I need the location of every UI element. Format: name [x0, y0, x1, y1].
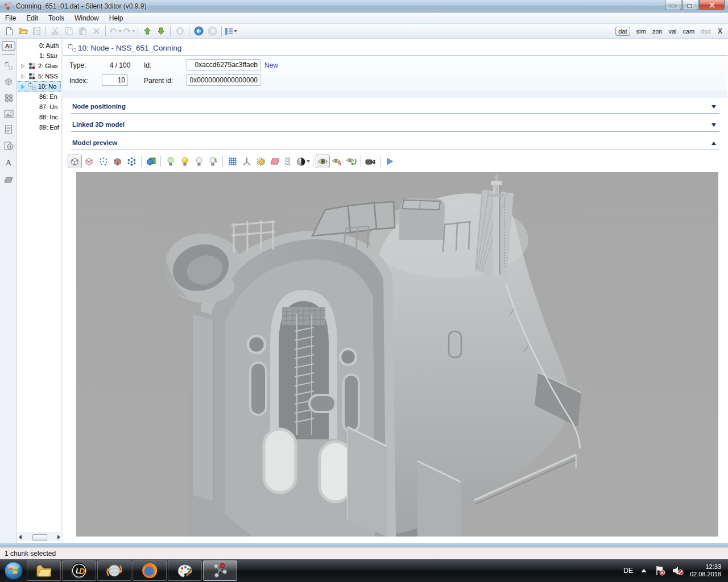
- action-center-flag-icon[interactable]: [655, 566, 666, 576]
- scroll-thumb[interactable]: [32, 534, 47, 541]
- index-input[interactable]: 10: [102, 74, 128, 86]
- filter-all-button[interactable]: All: [2, 41, 15, 51]
- model-viewport[interactable]: [76, 172, 718, 537]
- volume-muted-icon[interactable]: [672, 566, 684, 576]
- show-hidden-icons-button[interactable]: [641, 569, 647, 572]
- wireframe-view-button[interactable]: [82, 155, 96, 168]
- parent-id-input[interactable]: 0x0000000000000000: [187, 74, 260, 86]
- tray-clock[interactable]: 12:33 02.08.2018: [690, 563, 721, 578]
- chevron-down-icon[interactable]: [712, 123, 716, 127]
- tree-item-88[interactable]: 88: Inc: [18, 112, 61, 122]
- expand-arrow-icon[interactable]: [21, 84, 25, 89]
- move-down-button[interactable]: [154, 25, 168, 38]
- language-indicator[interactable]: DE: [623, 567, 633, 575]
- section-linked-3d-model[interactable]: Linked 3D model: [71, 118, 719, 132]
- taskbar-explorer-button[interactable]: [27, 560, 61, 581]
- cut-button[interactable]: [48, 25, 62, 38]
- play-animation-button[interactable]: [383, 155, 397, 168]
- tree-horizontal-scrollbar[interactable]: [18, 533, 61, 541]
- minimize-button[interactable]: [665, 0, 681, 10]
- mode-tab-dsd[interactable]: dsd: [701, 28, 711, 35]
- tree-item-author[interactable]: 0: Auth: [18, 40, 61, 51]
- taskbar-3d-viewer-button[interactable]: [97, 560, 131, 581]
- tree-item-nss[interactable]: 5: NSS: [18, 71, 61, 81]
- menu-help[interactable]: Help: [104, 13, 129, 23]
- menu-file[interactable]: File: [0, 13, 21, 23]
- undo-button[interactable]: [108, 25, 122, 38]
- vertex-view-button[interactable]: [96, 155, 110, 168]
- free-view-button[interactable]: [316, 155, 330, 168]
- import-button[interactable]: [173, 25, 187, 38]
- camera-button[interactable]: [363, 155, 378, 168]
- light-combined-button[interactable]: [206, 155, 220, 168]
- model-filter-button[interactable]: [2, 75, 15, 89]
- open-folder-button[interactable]: [16, 25, 30, 38]
- menu-edit[interactable]: Edit: [21, 13, 43, 23]
- mode-tab-cam[interactable]: cam: [682, 28, 694, 35]
- mode-tab-zon[interactable]: zon: [652, 28, 663, 35]
- new-file-button[interactable]: [2, 25, 16, 38]
- mode-close-button[interactable]: X: [718, 27, 722, 35]
- taskbar-silent3ditor-button[interactable]: [203, 560, 237, 581]
- paste-button[interactable]: [76, 25, 89, 38]
- grid-toggle-button[interactable]: [225, 155, 239, 168]
- redo-button[interactable]: [122, 25, 135, 38]
- taskbar-paint-button[interactable]: [168, 560, 202, 581]
- tree-item-start[interactable]: 1: Star: [18, 51, 61, 61]
- tree-item-node-selected[interactable]: 10: No: [18, 81, 61, 92]
- material-filter-button[interactable]: [2, 91, 15, 105]
- move-up-button[interactable]: [140, 25, 154, 38]
- info-filter-button[interactable]: i: [2, 139, 15, 152]
- start-button[interactable]: [2, 560, 26, 581]
- titlebar[interactable]: Conning_651_01.dat - Silent 3ditor (v0.9…: [0, 0, 728, 13]
- node-filter-button[interactable]: [2, 59, 15, 73]
- chevron-down-icon[interactable]: [712, 105, 716, 109]
- copy-button[interactable]: [62, 25, 76, 38]
- scroll-right-arrow[interactable]: [57, 535, 60, 539]
- bounding-view-button[interactable]: [125, 155, 139, 168]
- label-filter-button[interactable]: A: [2, 156, 15, 169]
- rotate-view-button[interactable]: [344, 155, 358, 168]
- light-white-button[interactable]: [192, 155, 206, 168]
- background-color-button[interactable]: [296, 155, 311, 168]
- mode-tab-sim[interactable]: sim: [636, 28, 646, 35]
- tree-item-glass[interactable]: 2: Glas: [18, 61, 61, 71]
- axes-toggle-button[interactable]: [239, 155, 254, 168]
- scroll-left-arrow[interactable]: [19, 535, 22, 539]
- normals-toggle-button[interactable]: [268, 155, 282, 168]
- mode-tab-val[interactable]: val: [668, 28, 676, 35]
- texture-filter-button[interactable]: [2, 107, 15, 120]
- section-node-positioning[interactable]: Node positioning: [71, 100, 719, 114]
- new-id-link[interactable]: New: [264, 61, 278, 69]
- tree-item-87[interactable]: 87: Un: [18, 102, 61, 112]
- maximize-button[interactable]: [682, 0, 698, 10]
- id-input[interactable]: 0xaccd6275ac3ffaeb: [187, 59, 260, 70]
- coordinates-toggle-button[interactable]: X=0Y=0Z=0: [282, 155, 296, 168]
- data-filter-button[interactable]: [2, 123, 15, 136]
- expand-arrow-icon[interactable]: [21, 74, 25, 79]
- mode-tab-dat[interactable]: dat: [615, 27, 630, 36]
- chevron-up-icon[interactable]: [712, 142, 716, 145]
- menu-tools[interactable]: Tools: [43, 13, 69, 23]
- bounding-box-button[interactable]: [254, 155, 268, 168]
- light-green-button[interactable]: [163, 155, 177, 168]
- menu-window[interactable]: Window: [69, 13, 104, 23]
- tree-item-eof[interactable]: 89: Eof: [18, 122, 61, 132]
- shape-filter-button[interactable]: [2, 173, 15, 186]
- back-button[interactable]: [192, 25, 205, 38]
- delete-button[interactable]: [89, 25, 103, 38]
- section-model-preview[interactable]: Model preview: [71, 136, 719, 150]
- forward-button[interactable]: [205, 25, 219, 38]
- solid-wireframe-view-button[interactable]: [110, 155, 125, 168]
- selection-view-button[interactable]: S: [330, 155, 344, 168]
- tree-item-86[interactable]: 86: En: [18, 92, 61, 102]
- view-columns-button[interactable]: [224, 25, 238, 38]
- solid-view-button[interactable]: [68, 155, 82, 168]
- taskbar-ld-app-button[interactable]: L D: [62, 560, 96, 581]
- material-button[interactable]: [144, 155, 158, 168]
- close-button[interactable]: [699, 0, 725, 10]
- taskbar-firefox-button[interactable]: [133, 560, 167, 581]
- light-yellow-button[interactable]: [177, 155, 192, 168]
- save-button[interactable]: [30, 25, 43, 38]
- expand-arrow-icon[interactable]: [21, 64, 25, 69]
